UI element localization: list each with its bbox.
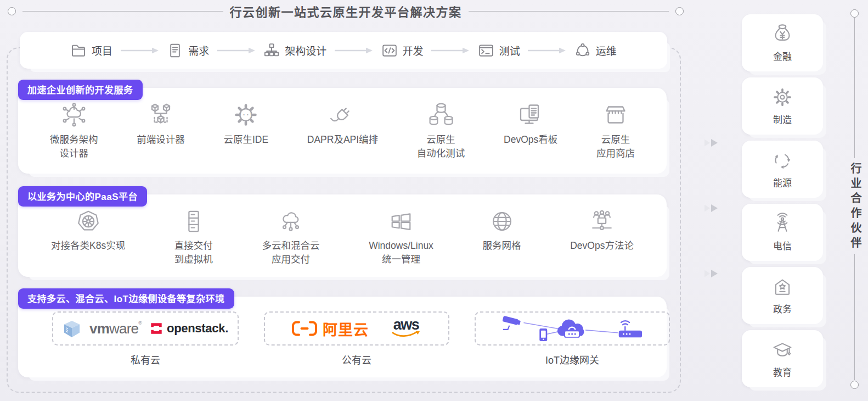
double-chevron-icon xyxy=(703,204,720,213)
private-cloud-box: vmware® openstack. xyxy=(52,311,239,346)
flow-arrow-icon xyxy=(217,47,256,54)
industry-energy: 能源 xyxy=(742,141,823,198)
storefront-icon xyxy=(602,102,629,128)
money-bag-icon xyxy=(771,23,793,45)
industry-government: 政务 xyxy=(742,267,823,324)
env-label: 私有云 xyxy=(131,352,160,366)
feature-devops-board: DevOps看板 xyxy=(504,102,557,147)
industry-label: 金融 xyxy=(773,49,792,63)
team-monitor-icon xyxy=(589,209,615,234)
blue-cube-icon xyxy=(63,320,81,337)
pipeline-step-project: 项目 xyxy=(70,42,112,59)
feature-label: 服务网格 xyxy=(483,239,521,253)
bracket-bottom-node-icon xyxy=(850,381,859,389)
openstack-logo: openstack. xyxy=(150,321,228,336)
header: 行云创新一站式云原生开发平台解决方案 xyxy=(8,4,684,18)
feature-label: 云原生自动化测试 xyxy=(417,133,465,161)
pipeline-step-test: 测试 xyxy=(478,42,520,59)
feature-label: 多云和混合云应用交付 xyxy=(262,239,320,267)
plug-icon xyxy=(329,102,356,128)
feature-label: DAPR及API编排 xyxy=(307,133,378,147)
header-right-line xyxy=(469,11,669,12)
feature-cloud-native-ide: {··} 云原生IDE xyxy=(223,102,268,147)
pipeline-step-label: 架构设计 xyxy=(285,43,326,58)
gear-code-icon: {··} xyxy=(233,102,259,128)
industry-telecom: 电信 xyxy=(742,204,823,261)
terminal-icon xyxy=(478,42,494,59)
public-cloud-group: 阿里云 aws 公有云 xyxy=(264,311,449,366)
industry-sidebar: 金融 制造 能源 电信 政务 教育 xyxy=(742,14,823,387)
section-badge: 以业务为中心的PaaS平台 xyxy=(18,186,147,207)
aws-smile-icon xyxy=(391,331,421,339)
government-building-icon xyxy=(771,276,793,298)
aws-logo: aws xyxy=(391,318,421,339)
router-icon xyxy=(619,321,642,337)
header-right-node-icon xyxy=(675,7,684,15)
server-rack-icon xyxy=(181,209,206,234)
iot-devices-icon xyxy=(490,314,655,343)
feature-label: 对接各类K8s实现 xyxy=(51,239,125,253)
feature-microservice-designer: 微服务架构设计器 xyxy=(50,102,98,161)
pipeline-step-label: 项目 xyxy=(92,43,112,58)
frontend-designer-cubes-icon xyxy=(148,102,174,128)
industry-label: 电信 xyxy=(773,238,792,252)
feature-label: 直接交付到虚拟机 xyxy=(174,239,213,267)
industry-finance: 金融 xyxy=(742,14,823,71)
private-cloud-group: vmware® openstack. 私有云 xyxy=(52,311,239,366)
solution-diagram: 行云创新一站式云原生开发平台解决方案 项目 需求 架构设计 开发 测试 xyxy=(0,0,868,401)
dev-pipeline: 项目 需求 架构设计 开发 测试 运维 xyxy=(20,32,667,69)
svg-text:{··}: {··} xyxy=(239,112,253,119)
iot-edge-group: IoT边缘网关 xyxy=(475,311,670,366)
alibaba-cloud-logo: 阿里云 xyxy=(292,318,369,339)
section-badge: 加速企业创新的开发服务 xyxy=(18,80,143,100)
industry-manufacturing: 制造 xyxy=(742,77,823,135)
bracket-top-node-icon xyxy=(850,9,859,18)
graduation-cap-icon xyxy=(771,339,793,361)
pipeline-step-develop: 开发 xyxy=(381,42,424,59)
feature-service-mesh: 服务网格 xyxy=(483,209,521,253)
iot-edge-box xyxy=(475,311,670,346)
feature-label: DevOps看板 xyxy=(504,133,557,147)
gear-icon xyxy=(771,86,793,108)
header-left-node-icon xyxy=(8,7,16,15)
feature-multicloud-delivery: 多云和混合云应用交付 xyxy=(262,209,320,267)
cloud-gateway-icon xyxy=(557,320,584,337)
windows-logo-icon xyxy=(388,209,414,234)
feature-label: 云原生IDE xyxy=(223,133,268,147)
section-badge: 支持多云、混合云、IoT边缘侧设备等复杂环境 xyxy=(18,288,234,309)
section-paas: 以业务为中心的PaaS平台 对接各类K8s实现 直接交付到虚拟机 多云和混合云应… xyxy=(18,194,667,277)
ops-cycle-icon xyxy=(574,42,591,59)
industry-partners-label: 行业合作伙伴 xyxy=(848,163,864,252)
feature-vm-delivery: 直接交付到虚拟机 xyxy=(174,209,213,267)
monitor-document-icon xyxy=(517,102,544,128)
feature-label: 前端设计器 xyxy=(137,133,185,147)
alibaba-cloud-icon xyxy=(292,320,317,337)
pipeline-step-label: 需求 xyxy=(188,43,209,58)
kubernetes-wheel-icon xyxy=(76,209,101,234)
industry-label: 教育 xyxy=(773,365,792,378)
bracket-bottom-line xyxy=(854,254,855,380)
flow-arrow-icon xyxy=(527,47,567,54)
feature-label: DevOps方法论 xyxy=(570,239,634,253)
sitemap-icon xyxy=(263,42,280,59)
header-left-line xyxy=(22,11,223,12)
globe-icon xyxy=(489,209,515,234)
vmware-logo: vmware® xyxy=(89,320,142,337)
feature-app-store: 云原生应用商店 xyxy=(596,102,635,161)
section-dev-services: 加速企业创新的开发服务 微服务架构设计器 前端设计器 {··} 云原生IDE D… xyxy=(18,88,667,174)
pipeline-step-label: 运维 xyxy=(596,43,617,58)
feature-k8s: 对接各类K8s实现 xyxy=(51,209,125,253)
openstack-icon xyxy=(150,322,163,335)
env-label: 公有云 xyxy=(342,352,371,366)
recycle-icon xyxy=(771,149,793,171)
antenna-tower-icon xyxy=(771,213,793,235)
industry-label: 制造 xyxy=(773,112,792,126)
pipeline-step-architecture: 架构设计 xyxy=(263,42,326,59)
folder-icon xyxy=(70,42,87,59)
feature-devops-methodology: DevOps方法论 xyxy=(570,209,634,253)
pipeline-step-label: 开发 xyxy=(403,43,424,58)
cctv-camera-icon xyxy=(502,316,521,330)
document-icon xyxy=(167,42,183,59)
feature-label: 微服务架构设计器 xyxy=(50,133,98,161)
pipeline-step-requirements: 需求 xyxy=(167,42,209,59)
